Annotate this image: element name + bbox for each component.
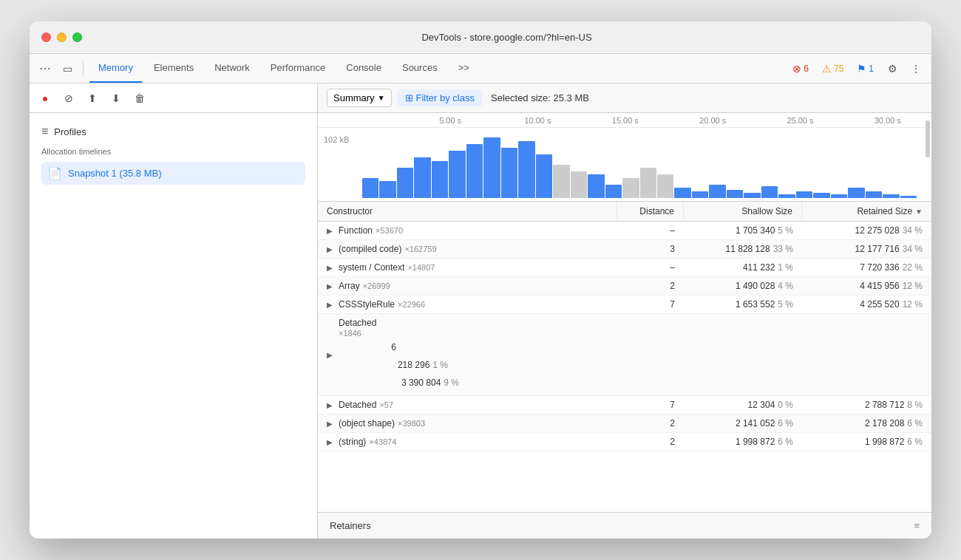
bar (813, 193, 829, 198)
table-row[interactable]: ▶ Array ×26999 2 1 490 0284 % 4 415 9561… (318, 277, 931, 296)
shallow-size-value: 12 3040 % (684, 396, 802, 414)
error-badge[interactable]: ⊗ 6 (788, 61, 813, 76)
table-row[interactable]: ▶ Detached ×1846 6 218 2961 % 3 390 8049… (318, 314, 931, 396)
collect-garbage-icon[interactable]: 🗑 (130, 89, 149, 108)
table-row[interactable]: ▶ Detached ×57 7 12 3040 % 2 788 7128 % (318, 396, 931, 414)
more-icon[interactable]: ⋮ (906, 59, 926, 78)
expand-icon: ▶ (327, 351, 333, 359)
snapshot-item[interactable]: 📄 Snapshot 1 (35.8 MB) (41, 162, 305, 185)
distance-value: 6 (339, 338, 405, 356)
constructor-name: Function (339, 225, 373, 236)
toolbar-right: ⊗ 6 ⚠ 75 ⚑ 1 ⚙ ⋮ (788, 59, 926, 78)
shallow-size-value: 411 2321 % (684, 259, 802, 276)
retained-size-value: 1 998 8726 % (802, 433, 931, 451)
minimize-button[interactable] (57, 33, 67, 42)
separator-1 (83, 61, 84, 76)
table-row[interactable]: ▶ system / Context ×14807 – 411 2321 % 7… (318, 259, 931, 277)
device-icon[interactable]: ▭ (58, 59, 77, 78)
tab-sources[interactable]: Sources (393, 54, 446, 83)
distance-value: 7 (617, 396, 684, 414)
col-header-shallow: Shallow Size (684, 202, 802, 221)
distance-value: 2 (617, 433, 684, 451)
table-header: Constructor Distance Shallow Size Retain… (318, 202, 931, 222)
instance-count: ×1846 (339, 329, 361, 338)
filter-by-class-button[interactable]: ⊞ Filter by class (398, 89, 482, 106)
instance-count: ×39803 (398, 419, 425, 428)
bar (588, 174, 604, 198)
filter-icon: ⊞ (405, 92, 413, 103)
expand-icon: ▶ (327, 301, 333, 309)
retained-size-value: 12 275 02834 % (802, 222, 931, 239)
shallow-size-value: 1 998 8726 % (684, 433, 802, 451)
instance-count: ×22966 (398, 300, 425, 309)
upload-icon[interactable]: ⬆ (83, 89, 102, 108)
sidebar: ● ⊘ ⬆ ⬇ 🗑 ≡ Profiles Allocation timeline… (30, 83, 318, 539)
tab-network[interactable]: Network (206, 54, 259, 83)
bar (866, 191, 882, 198)
bar (778, 194, 795, 198)
bar (501, 148, 517, 198)
retained-size-value: 12 177 71634 % (802, 240, 931, 258)
instance-count: ×53670 (376, 226, 403, 235)
expand-icon: ▶ (327, 420, 333, 428)
timeline-label-5: 25.00 s (756, 116, 843, 125)
bar (674, 188, 690, 198)
instance-count: ×26999 (363, 281, 390, 290)
profiles-header: ≡ Profiles (41, 122, 305, 147)
titlebar: DevTools - store.google.com/?hl=en-US (30, 21, 931, 54)
expand-icon: ▶ (327, 438, 333, 446)
distance-value: – (617, 259, 684, 276)
table-rows-container: ▶ Function ×53670 – 1 705 3405 % 12 275 … (318, 222, 931, 451)
record-icon[interactable]: ● (35, 89, 55, 108)
settings-icon[interactable]: ⚙ (883, 59, 902, 78)
shallow-size-value: 1 705 3405 % (684, 222, 802, 239)
summary-dropdown[interactable]: Summary ▼ (327, 89, 392, 107)
expand-icon: ▶ (327, 245, 333, 253)
bars-container (362, 128, 917, 201)
instance-count: ×14807 (407, 263, 435, 272)
shallow-size-value: 1 653 5525 % (684, 296, 802, 313)
table-row[interactable]: ▶ Function ×53670 – 1 705 3405 % 12 275 … (318, 222, 931, 240)
tab-elements[interactable]: Elements (145, 54, 203, 83)
distance-value: 3 (617, 240, 684, 258)
bar (640, 168, 656, 198)
table-row[interactable]: ▶ (compiled code) ×162759 3 11 828 12833… (318, 240, 931, 259)
timeline-label-1: 5.00 s (407, 116, 494, 125)
maximize-button[interactable] (72, 33, 82, 42)
col-header-constructor: Constructor (318, 202, 617, 221)
bar (831, 194, 847, 198)
warning-badge[interactable]: ⚠ 75 (818, 61, 848, 76)
bar (883, 194, 899, 198)
traffic-lights (41, 33, 82, 42)
download-icon[interactable]: ⬇ (106, 89, 126, 108)
bar (848, 188, 864, 198)
table-row[interactable]: ▶ CSSStyleRule ×22966 7 1 653 5525 % 4 2… (318, 296, 931, 314)
chart-area: 5.00 s 10.00 s 15.00 s 20.00 s 25.00 s 3… (318, 113, 931, 202)
main-content: ● ⊘ ⬆ ⬇ 🗑 ≡ Profiles Allocation timeline… (30, 83, 931, 539)
retainers-label: Retainers (330, 520, 371, 531)
tab-performance[interactable]: Performance (262, 54, 334, 83)
tab-more[interactable]: >> (449, 54, 478, 83)
warning-icon: ⚠ (822, 63, 832, 75)
clear-icon[interactable]: ⊘ (59, 89, 78, 108)
bar (622, 178, 639, 198)
info-badge[interactable]: ⚑ 1 (852, 61, 878, 76)
sort-desc-icon[interactable]: ▼ (915, 208, 923, 216)
selected-size-label: Selected size: 25.3 MB (491, 92, 589, 103)
close-button[interactable] (41, 33, 51, 42)
main-panel: Summary ▼ ⊞ Filter by class Selected siz… (318, 83, 931, 539)
bar (379, 181, 395, 198)
retained-size-value: 2 788 7128 % (802, 396, 931, 414)
retainers-menu-icon[interactable]: ≡ (914, 520, 920, 531)
chart-scrollbar[interactable] (926, 120, 930, 157)
inspect-icon[interactable]: ⋯ (35, 59, 55, 78)
sidebar-toolbar: ● ⊘ ⬆ ⬇ 🗑 (30, 83, 317, 113)
constructor-name: (object shape) (339, 418, 395, 428)
tab-console[interactable]: Console (337, 54, 390, 83)
table-row[interactable]: ▶ (object shape) ×39803 2 2 141 0526 % 2… (318, 414, 931, 433)
constructor-name: (string) (339, 437, 366, 447)
tab-memory[interactable]: Memory (89, 54, 142, 83)
table-row[interactable]: ▶ (string) ×43874 2 1 998 8726 % 1 998 8… (318, 433, 931, 451)
data-table: Constructor Distance Shallow Size Retain… (318, 202, 931, 512)
profiles-icon: ≡ (41, 125, 48, 138)
